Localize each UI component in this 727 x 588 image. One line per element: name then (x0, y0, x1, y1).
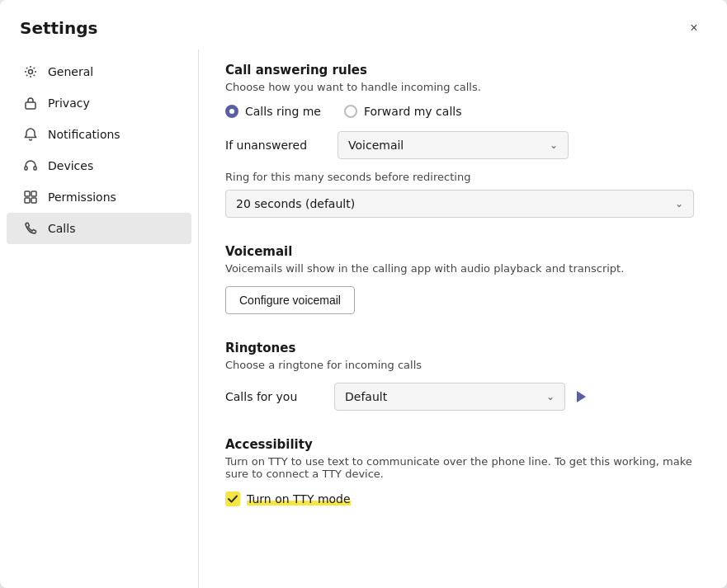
if-unanswered-chevron: ⌄ (550, 139, 558, 151)
tty-label[interactable]: Turn on TTY mode (247, 492, 351, 506)
svg-marker-8 (577, 391, 586, 402)
if-unanswered-value: Voicemail (348, 139, 404, 152)
ring-seconds-label: Ring for this many seconds before redire… (225, 171, 694, 183)
settings-window: Settings × General (0, 0, 727, 588)
sidebar-label-devices: Devices (48, 159, 93, 172)
accessibility-section: Accessibility Turn on TTY to use text to… (225, 437, 694, 506)
if-unanswered-label: If unanswered (225, 139, 324, 152)
phone-icon (23, 221, 38, 236)
radio-forward-label: Forward my calls (364, 105, 461, 118)
gear-icon (23, 64, 38, 79)
ring-seconds-value: 20 seconds (default) (236, 197, 355, 210)
svg-rect-2 (25, 167, 27, 170)
content-area: General Privacy (0, 49, 727, 588)
call-answering-desc: Choose how you want to handle incoming c… (225, 81, 694, 93)
ring-seconds-chevron: ⌄ (675, 198, 683, 209)
svg-rect-3 (34, 167, 36, 170)
calls-for-you-row: Calls for you Default ⌄ (225, 383, 694, 411)
svg-rect-6 (25, 198, 30, 203)
grid-icon (23, 190, 38, 205)
sidebar: General Privacy (0, 49, 198, 588)
ringtones-desc: Choose a ringtone for incoming calls (225, 359, 694, 371)
headset-icon (23, 158, 38, 173)
radio-forward-circle (344, 105, 357, 118)
sidebar-label-notifications: Notifications (48, 128, 120, 141)
svg-rect-1 (26, 102, 35, 109)
svg-rect-7 (31, 198, 36, 203)
play-ringtone-button[interactable] (575, 390, 587, 403)
svg-point-0 (29, 70, 33, 74)
sidebar-item-general[interactable]: General (7, 56, 191, 87)
ringtone-dropdown[interactable]: Default ⌄ (334, 383, 565, 411)
configure-voicemail-button[interactable]: Configure voicemail (225, 286, 355, 314)
call-answering-radio-group: Calls ring me Forward my calls (225, 105, 694, 118)
ringtones-section: Ringtones Choose a ringtone for incoming… (225, 341, 694, 411)
radio-calls-ring-me[interactable]: Calls ring me (225, 105, 321, 118)
sidebar-item-devices[interactable]: Devices (7, 150, 191, 181)
radio-ring-me-label: Calls ring me (245, 105, 321, 118)
sidebar-item-permissions[interactable]: Permissions (7, 181, 191, 213)
if-unanswered-row: If unanswered Voicemail ⌄ (225, 131, 694, 159)
accessibility-title: Accessibility (225, 437, 694, 452)
title-bar: Settings × (0, 0, 727, 49)
sidebar-label-permissions: Permissions (48, 191, 116, 204)
svg-rect-4 (25, 191, 30, 196)
radio-forward-calls[interactable]: Forward my calls (344, 105, 461, 118)
voicemail-desc: Voicemails will show in the calling app … (225, 262, 694, 275)
calls-for-you-label: Calls for you (225, 390, 324, 403)
window-title: Settings (20, 18, 97, 38)
call-answering-section: Call answering rules Choose how you want… (225, 63, 694, 218)
main-content: Call answering rules Choose how you want… (199, 49, 727, 588)
call-answering-title: Call answering rules (225, 63, 694, 78)
tty-checkbox[interactable] (225, 492, 240, 506)
lock-icon (23, 96, 38, 111)
ringtone-chevron: ⌄ (546, 391, 555, 402)
radio-ring-me-circle (225, 105, 238, 118)
accessibility-desc: Turn on TTY to use text to communicate o… (225, 455, 694, 480)
voicemail-title: Voicemail (225, 244, 694, 259)
bell-icon (23, 127, 38, 142)
voicemail-section: Voicemail Voicemails will show in the ca… (225, 244, 694, 314)
ringtones-title: Ringtones (225, 341, 694, 355)
sidebar-item-calls[interactable]: Calls (7, 213, 191, 244)
sidebar-label-general: General (48, 65, 93, 78)
ringtone-value: Default (345, 390, 387, 403)
close-button[interactable]: × (681, 15, 707, 41)
sidebar-item-privacy[interactable]: Privacy (7, 87, 191, 119)
sidebar-label-calls: Calls (48, 222, 75, 235)
if-unanswered-dropdown[interactable]: Voicemail ⌄ (338, 131, 569, 159)
sidebar-item-notifications[interactable]: Notifications (7, 119, 191, 150)
sidebar-label-privacy: Privacy (48, 96, 90, 110)
svg-rect-5 (31, 191, 36, 196)
ring-seconds-dropdown[interactable]: 20 seconds (default) ⌄ (225, 190, 694, 218)
tty-checkbox-row: Turn on TTY mode (225, 492, 694, 506)
